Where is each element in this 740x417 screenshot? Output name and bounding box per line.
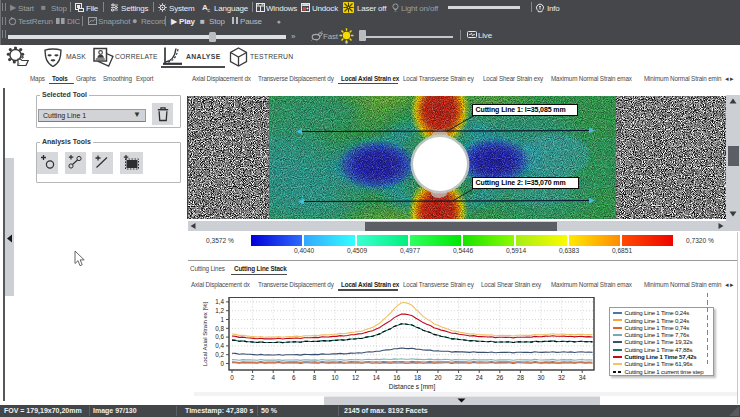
svg-text:12: 12 xyxy=(352,374,360,381)
svg-text:14: 14 xyxy=(373,374,381,381)
svg-text:24: 24 xyxy=(476,374,484,381)
svg-text:c: c xyxy=(208,7,211,13)
svg-text:6: 6 xyxy=(292,374,296,381)
svg-text:34: 34 xyxy=(579,374,587,381)
svg-text:22: 22 xyxy=(455,374,463,381)
svg-text:20: 20 xyxy=(434,374,442,381)
svg-text:0,2: 0,2 xyxy=(215,351,224,358)
svg-text:2: 2 xyxy=(251,374,255,381)
svg-text:30: 30 xyxy=(537,374,545,381)
svg-text:32: 32 xyxy=(558,374,566,381)
svg-text:1,2: 1,2 xyxy=(215,307,224,314)
svg-text:10: 10 xyxy=(331,374,339,381)
svg-text:0,4: 0,4 xyxy=(215,342,224,349)
svg-text:18: 18 xyxy=(414,374,422,381)
svg-text:0,8: 0,8 xyxy=(215,325,224,332)
svg-text:0: 0 xyxy=(220,360,224,367)
svg-text:Distance s [mm]: Distance s [mm] xyxy=(389,383,436,391)
svg-text:4: 4 xyxy=(271,374,275,381)
svg-text:1: 1 xyxy=(220,316,224,323)
svg-text:8: 8 xyxy=(313,374,317,381)
svg-text:0: 0 xyxy=(230,374,234,381)
svg-text:0,6: 0,6 xyxy=(215,333,224,340)
svg-text:16: 16 xyxy=(393,374,401,381)
svg-text:26: 26 xyxy=(496,374,504,381)
svg-text:Local Axial Strain ex [%]: Local Axial Strain ex [%] xyxy=(202,301,208,366)
svg-text:1,4: 1,4 xyxy=(215,298,224,305)
svg-text:28: 28 xyxy=(517,374,525,381)
